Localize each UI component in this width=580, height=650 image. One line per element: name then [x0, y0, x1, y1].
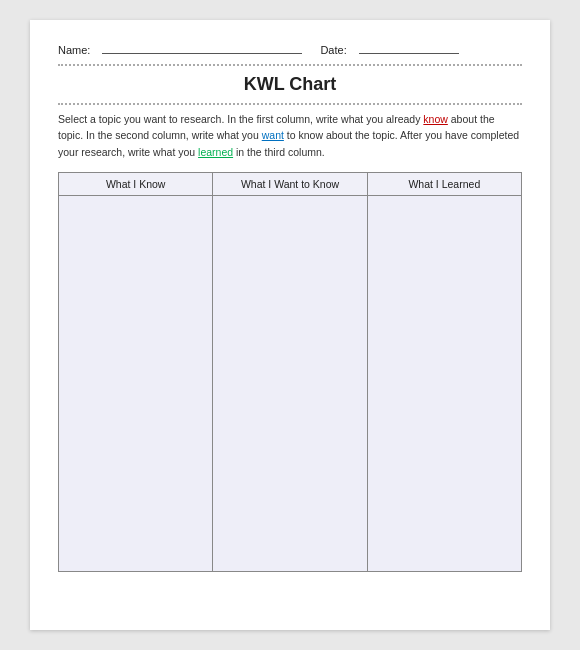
- col-header-want: What I Want to Know: [213, 172, 367, 195]
- know-highlight: know: [423, 113, 448, 125]
- instructions-part1: Select a topic you want to research. In …: [58, 113, 423, 125]
- chart-title: KWL Chart: [58, 74, 522, 95]
- learned-highlight: learned: [198, 146, 233, 158]
- instructions-text: Select a topic you want to research. In …: [58, 111, 522, 160]
- col-header-learned: What I Learned: [367, 172, 521, 195]
- bottom-divider: [58, 103, 522, 105]
- kwl-chart-page: Name: Date: KWL Chart Select a topic you…: [30, 20, 550, 630]
- want-highlight: want: [262, 129, 284, 141]
- kwl-table: What I Know What I Want to Know What I L…: [58, 172, 522, 572]
- name-input-line[interactable]: [102, 53, 302, 54]
- date-input-line[interactable]: [359, 53, 459, 54]
- table-body-row: [59, 195, 522, 571]
- name-date-row: Name: Date:: [58, 44, 522, 56]
- col-header-know: What I Know: [59, 172, 213, 195]
- name-label: Name:: [58, 44, 90, 56]
- learned-cell[interactable]: [367, 195, 521, 571]
- date-label: Date:: [320, 44, 346, 56]
- know-cell[interactable]: [59, 195, 213, 571]
- table-header-row: What I Know What I Want to Know What I L…: [59, 172, 522, 195]
- instructions-part4: in the third column.: [233, 146, 325, 158]
- top-divider: [58, 64, 522, 66]
- want-cell[interactable]: [213, 195, 367, 571]
